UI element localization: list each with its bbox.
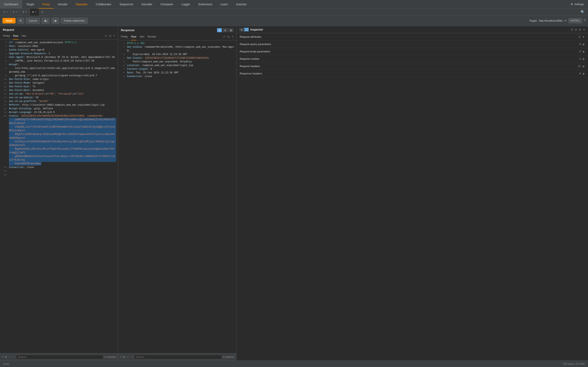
- code-line: 8 text/html,application/xhtml+xml,applic…: [0, 67, 118, 74]
- inspector-view-code[interactable]: ▦: [244, 28, 249, 31]
- nav-sequencer[interactable]: Sequencer: [115, 0, 138, 8]
- request-search-next-icon[interactable]: →: [12, 355, 15, 359]
- tab-4-close[interactable]: ✕: [35, 11, 37, 13]
- nav-logger[interactable]: Logger: [177, 0, 194, 8]
- code-line: 20 Cookie: JSESSIONID=391F0A60E39C9681BC…: [0, 114, 118, 118]
- response-tab-render[interactable]: Render: [148, 33, 156, 40]
- response-tab-raw[interactable]: Raw: [131, 33, 136, 40]
- code-line: 16 sec-ch-ua-platform: "macOS": [0, 100, 118, 103]
- inspector-row-response-headers[interactable]: Response headers 6 ▶: [236, 70, 588, 77]
- inspector-row-request-attributes[interactable]: Request attributes 2 ▼: [236, 33, 588, 41]
- nav-intruder[interactable]: Intruder: [54, 0, 72, 8]
- code-line: 17 Referer: http://localhost:8081/sample…: [0, 103, 118, 107]
- inspector-row-request-query[interactable]: Request query parameters 0 ▶: [236, 41, 588, 48]
- request-newline-icon[interactable]: \n: [109, 34, 112, 38]
- nav-autorize[interactable]: Autorize: [232, 0, 251, 8]
- nav-collaborator[interactable]: Collaborator: [92, 0, 115, 8]
- inspector-label-request-headers: Request headers: [240, 65, 578, 68]
- nav-back-button[interactable]: ◀ |: [42, 18, 50, 24]
- status-bar: Done 353 bytes | 20 millis: [0, 360, 588, 367]
- view-btn-2[interactable]: ▥: [223, 28, 228, 32]
- response-search-settings-icon[interactable]: ⚙: [123, 355, 125, 359]
- code-line: vSwkRALJizf+3ThJ8fobH1F121BPP8bXmNG9rdFr…: [0, 125, 118, 133]
- nav-extensions[interactable]: Extensions: [194, 0, 216, 8]
- inspector-count-request-attributes: 2: [579, 35, 580, 38]
- code-line: 7 Content-Length: 0: [118, 67, 236, 71]
- follow-redirect-button[interactable]: Follow redirection: [61, 18, 88, 24]
- response-more-icon[interactable]: ≡: [232, 35, 233, 38]
- response-wrap-icon[interactable]: ⏎: [223, 35, 225, 38]
- send-button[interactable]: Send: [2, 18, 16, 24]
- response-search-next-icon[interactable]: →: [130, 355, 133, 359]
- view-btn-1[interactable]: ▤: [217, 28, 222, 32]
- inspector-count-request-query: 0: [579, 43, 581, 46]
- inspector-row-request-headers[interactable]: Request headers 17 ▶: [236, 63, 588, 70]
- tab-3-close[interactable]: ✕: [25, 11, 27, 13]
- nav-proxy[interactable]: Proxy: [38, 0, 54, 8]
- code-line: 2 Host: localhost:8081: [0, 44, 118, 48]
- inspector-view-table[interactable]: ▤: [239, 28, 244, 31]
- inspector-label-request-attributes: Request attributes: [240, 35, 579, 38]
- nav-decoder[interactable]: Decoder: [138, 0, 156, 8]
- code-line: 4 Set-Cookie: JSESSIONID=C71B2A0487C7C43…: [118, 56, 236, 60]
- tab-1-close[interactable]: ✕: [6, 11, 8, 13]
- code-line: 8 Date: Thu, 29 Feb 2024 11:23:36 GMT: [118, 71, 236, 75]
- response-search-input[interactable]: [134, 355, 222, 359]
- request-tab-pretty[interactable]: Pretty: [3, 32, 10, 40]
- code-line: 4 Upgrade-Insecure-Requests: 1: [0, 52, 118, 55]
- settings-button[interactable]: ⚙ Settings: [567, 0, 588, 8]
- code-line: gBXW2oHWNaRxt6ck5i37cmswl3IYJo+xDsqr/xlE…: [0, 155, 118, 162]
- inspector-arrow-request-body: ▶: [583, 50, 585, 53]
- inspector-label-request-cookies: Request cookies: [240, 57, 579, 60]
- tab-2[interactable]: 2 ✕: [10, 8, 20, 16]
- inspector-list-icon[interactable]: ☰: [571, 28, 573, 31]
- inspector-icons: ☰ ⊟ ⚙ ✕: [571, 28, 585, 31]
- code-line: 5 User-Agent: Mozilla/5.0 (Windows NT 10…: [0, 55, 118, 59]
- response-tab-pretty[interactable]: Pretty: [121, 33, 128, 40]
- edit-target-icon[interactable]: ✏: [564, 19, 567, 22]
- target-url: http://localhost:8081: [539, 19, 563, 22]
- code-line: 1 GET /samples_web_war_exploded/account …: [0, 41, 118, 44]
- nav-target[interactable]: Target: [22, 0, 38, 8]
- tab-1[interactable]: 1 ✕: [1, 8, 10, 16]
- inspector-header: ▤ ▦ Inspector ☰ ⊟ ⚙ ✕: [236, 26, 588, 33]
- response-newline-icon[interactable]: \n: [227, 35, 230, 38]
- inspector-row-request-cookies[interactable]: Request cookies 2 ▶: [236, 55, 588, 63]
- request-search-settings-icon[interactable]: ⚙: [5, 355, 7, 359]
- nav-comparer[interactable]: Comparer: [156, 0, 177, 8]
- code-line: 7 Accept:: [0, 63, 118, 67]
- code-line: 9 Connection: close: [118, 75, 236, 78]
- cancel-button[interactable]: Cancel: [26, 18, 40, 24]
- view-btn-3[interactable]: ▦: [228, 28, 233, 32]
- response-code-area: 1 HTTP/1.1 302 2 Set-Cookie: rememberMe=…: [118, 40, 236, 353]
- request-search-help-icon[interactable]: ?: [2, 355, 3, 359]
- settings-icon-button[interactable]: ⚙: [17, 18, 24, 24]
- nav-forward-button[interactable]: | ▶: [51, 18, 59, 24]
- tab-2-close[interactable]: ✕: [16, 11, 17, 13]
- settings-label: Settings: [574, 0, 584, 8]
- nav-learn[interactable]: Learn: [216, 0, 232, 8]
- request-tab-raw[interactable]: Raw: [13, 32, 18, 40]
- nav-dashboard[interactable]: Dashboard: [0, 0, 22, 8]
- response-search-help-icon[interactable]: ?: [120, 355, 121, 359]
- response-search-prev-icon[interactable]: ←: [126, 355, 129, 359]
- inspector-row-request-body[interactable]: Request body parameters 0 ▶: [236, 48, 588, 55]
- tab-3[interactable]: 3 ✕: [20, 8, 30, 16]
- request-search-input[interactable]: [16, 355, 103, 359]
- nav-repeater[interactable]: Repeater: [72, 0, 92, 8]
- request-search-prev-icon[interactable]: ←: [8, 355, 11, 359]
- toolbar: Send ⚙ Cancel ◀ | | ▶ Follow redirection…: [0, 16, 588, 26]
- request-wrap-icon[interactable]: ⏎: [104, 34, 107, 38]
- add-tab-button[interactable]: +: [39, 8, 45, 16]
- inspector-settings-icon[interactable]: ⚙: [579, 28, 581, 31]
- response-tab-hex[interactable]: Hex: [140, 33, 144, 40]
- inspector-close-icon[interactable]: ✕: [583, 28, 585, 31]
- request-tab-hex[interactable]: Hex: [22, 32, 26, 40]
- request-more-icon[interactable]: ≡: [113, 34, 115, 37]
- tab-search-icon[interactable]: 🔍: [577, 10, 588, 14]
- http-version-selector[interactable]: HTTP/1: [568, 18, 582, 23]
- tab-4[interactable]: 4 ✕: [30, 8, 39, 16]
- help-icon[interactable]: ?: [584, 19, 586, 23]
- code-line: MgqRi8U50kluEK+04jrMkc2TfNp97kEsudnArj7f…: [0, 147, 118, 155]
- inspector-collapse-icon[interactable]: ⊟: [575, 28, 577, 31]
